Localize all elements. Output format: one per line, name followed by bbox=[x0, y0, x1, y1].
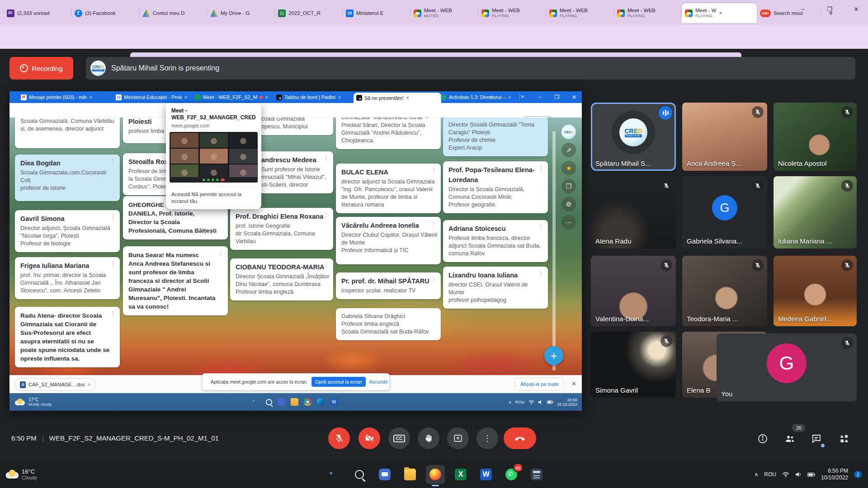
shared-weather-widget[interactable]: 17°CMostly cloudy bbox=[14, 397, 82, 407]
close-tab-icon[interactable]: × bbox=[338, 95, 341, 100]
card-menu-icon[interactable]: ⋮ bbox=[110, 213, 116, 220]
captions-button[interactable]: CC bbox=[388, 427, 410, 449]
shared-taskbar-win-icon[interactable] bbox=[253, 400, 256, 404]
card-menu-icon[interactable]: ⋮ bbox=[538, 223, 544, 230]
participant-tile[interactable]: Valentina-Doina... bbox=[591, 256, 676, 326]
card-menu-icon[interactable]: ⋮ bbox=[538, 164, 544, 171]
participant-tile[interactable]: Iuliana Mariana ... bbox=[774, 176, 857, 249]
taskbar-whatsapp-icon[interactable]: 85 bbox=[502, 465, 521, 484]
participant-tile[interactable]: GYou bbox=[717, 333, 857, 401]
browser-tab[interactable]: (3) Facebook bbox=[71, 3, 139, 23]
mic-off-button[interactable] bbox=[328, 427, 350, 449]
taskbar-start-icon[interactable] bbox=[325, 465, 344, 484]
padlet-resize-button[interactable]: ❐ bbox=[561, 179, 576, 193]
weather-widget[interactable]: 16°CCloudy bbox=[6, 468, 101, 481]
download-item[interactable]: ≣ CAF_S2_MANAGE....doc ˄ bbox=[15, 378, 96, 391]
shared-tab[interactable]: Activitate 1.3: Directorul –× bbox=[438, 91, 519, 103]
close-shelf-icon[interactable]: ✕ bbox=[571, 380, 576, 387]
padlet-card[interactable]: Pr. prof. dr. Mihail SPĂTARUinspector șc… bbox=[336, 272, 441, 299]
tray-language[interactable]: ROU bbox=[764, 471, 776, 478]
camera-off-button[interactable] bbox=[359, 427, 380, 449]
shared-taskbar-folder-icon[interactable] bbox=[291, 398, 298, 406]
padlet-card[interactable]: Director Școală Gimnazială "TomaCaragiu"… bbox=[443, 117, 548, 156]
more-options-button[interactable]: ⋮ bbox=[476, 427, 498, 449]
close-tab-icon[interactable]: × bbox=[90, 95, 92, 100]
browser-tab[interactable]: 2022_OCT_R bbox=[275, 3, 343, 23]
shared-taskbar-icons[interactable]: W bbox=[253, 398, 338, 406]
shared-window-newtab-button[interactable]: + bbox=[484, 91, 498, 103]
padlet-card[interactable]: Adriana StoicescuProfesor limba franceza… bbox=[443, 220, 548, 262]
padlet-card[interactable]: Frigea Iuliana Marianaprof. înv. primar,… bbox=[15, 257, 120, 299]
taskbar-app-icons[interactable]: XW85 bbox=[325, 465, 546, 484]
card-menu-icon[interactable]: ⋮ bbox=[431, 276, 437, 282]
participant-tile[interactable]: CREDÎN EDUCAȚIE !Spătaru Mihail S... bbox=[591, 103, 676, 171]
padlet-card[interactable]: Gabriela Silvana DrăghiciProfesor limba … bbox=[336, 308, 441, 340]
wifi-icon[interactable] bbox=[782, 472, 789, 477]
present-button[interactable] bbox=[447, 427, 469, 449]
taskbar-calc-icon[interactable] bbox=[527, 465, 546, 484]
padlet-scrollbar[interactable] bbox=[552, 131, 556, 371]
browser-tab[interactable]: Meet - WEBPLAYING bbox=[546, 3, 614, 23]
info-icon[interactable] bbox=[757, 433, 769, 445]
card-menu-icon[interactable]: ⋮ bbox=[323, 262, 329, 268]
taskbar-clock[interactable]: 6:50 PM10/10/2022 bbox=[821, 468, 848, 481]
padlet-card[interactable]: BULAC ELENAdirector adjunct la Scoala Gi… bbox=[336, 164, 441, 213]
browser-tab[interactable]: 10Ministerul E bbox=[343, 3, 410, 23]
participant-tile[interactable]: Anca Andreea Ș... bbox=[682, 103, 767, 171]
padlet-card[interactable]: Prof. Popa-Tesileanu Elena-LoredanaDirec… bbox=[443, 161, 548, 213]
padlet-card[interactable]: Diea BogdanScoala Gimnaziala,com.Cocoras… bbox=[15, 155, 120, 201]
shared-window-close-button[interactable]: ✕ bbox=[567, 91, 581, 103]
browser-tab-active[interactable]: Meet - WPLAYING× bbox=[682, 3, 757, 23]
card-menu-icon[interactable]: ⋮ bbox=[110, 158, 116, 164]
taskbar-firefox-icon[interactable] bbox=[426, 465, 445, 484]
padlet-card[interactable]: Gavril SimonaDirector adjunct, Școala Gi… bbox=[15, 210, 120, 252]
card-menu-icon[interactable]: ⋮ bbox=[323, 211, 329, 218]
padlet-card[interactable]: Școala Gimnazială, Comuna Vărbilăuși, de… bbox=[15, 117, 120, 148]
card-menu-icon[interactable]: ⋮ bbox=[110, 260, 116, 267]
close-tab-icon[interactable]: × bbox=[508, 95, 511, 100]
tray-chevron-icon[interactable]: ∧ bbox=[754, 471, 758, 478]
chat-icon[interactable] bbox=[811, 433, 822, 445]
taskbar-word-icon[interactable]: W bbox=[476, 465, 495, 484]
battery-icon[interactable] bbox=[807, 473, 815, 477]
tray-language[interactable]: ROU bbox=[515, 399, 525, 404]
participant-tile[interactable]: Teodora-Maria ... bbox=[682, 256, 767, 326]
padlet-settings-button[interactable]: ⚙ bbox=[561, 197, 576, 211]
padlet-card[interactable]: Lixandru Ioana Iulianadirector CSEI, Ora… bbox=[443, 267, 548, 309]
browser-tab[interactable]: Meet - WEBPLAYING bbox=[478, 3, 546, 23]
shared-tab[interactable]: Tablou de bord | Padlet× bbox=[274, 91, 357, 103]
raise-hand-button[interactable] bbox=[418, 427, 439, 449]
shared-tab[interactable]: Mesaje primite (503) - mih× bbox=[18, 91, 116, 103]
taskbar-chat-icon[interactable] bbox=[375, 465, 394, 484]
card-menu-icon[interactable]: ⋮ bbox=[110, 310, 116, 317]
shared-tab-active[interactable]: Să ne prezentăm!× bbox=[354, 93, 441, 103]
close-tab-icon[interactable]: × bbox=[265, 95, 268, 100]
close-tab-icon[interactable]: × bbox=[719, 10, 722, 16]
padlet-more-button[interactable]: ⋯ bbox=[561, 215, 576, 230]
card-menu-icon[interactable]: ⋮ bbox=[218, 249, 224, 256]
browser-tab[interactable]: My Drive - G bbox=[207, 3, 275, 23]
shared-tab[interactable]: Meet - WEB_F2F_S2_M× bbox=[192, 91, 277, 103]
card-menu-icon[interactable]: ⋮ bbox=[323, 155, 329, 161]
show-all-downloads-button[interactable]: Afișați-le pe toate bbox=[515, 378, 564, 390]
padlet-card[interactable]: CIOBANU TEODORA-MARIADirector Școala Gim… bbox=[230, 258, 333, 300]
shared-window-tabsearch-button[interactable]: ˅ bbox=[516, 91, 529, 103]
padlet-card[interactable]: Radu Atena- director ScoalaGimnaziala sa… bbox=[15, 307, 120, 367]
shared-taskbar-wordm-icon[interactable]: W bbox=[330, 398, 338, 406]
taskbar-folder-icon[interactable] bbox=[401, 465, 420, 484]
shared-tab[interactable]: 10Ministerul Educației - Proie× bbox=[113, 91, 195, 103]
hide-link[interactable]: Ascunde bbox=[369, 379, 388, 385]
card-menu-icon[interactable]: ⋮ bbox=[538, 270, 544, 277]
padlet-share-button[interactable]: ⇗ bbox=[561, 143, 576, 157]
participant-tile[interactable]: Nicoleta Apostol bbox=[774, 103, 857, 171]
padlet-card[interactable]: Prof. Draghici Elena Roxanaprof. Istorie… bbox=[230, 208, 333, 250]
padlet-card[interactable]: Buna Seara! Ma numescAnca Andreea Stefan… bbox=[123, 246, 228, 315]
taskbar-tray[interactable]: ∧ ROU 6:50 PM10/10/2022 2 bbox=[754, 461, 862, 488]
shared-taskbar-edge-icon[interactable] bbox=[317, 398, 325, 406]
padlet-star-button[interactable]: ★ bbox=[561, 161, 576, 175]
tray-chevron-icon[interactable]: ∧ bbox=[509, 399, 512, 404]
padlet-add-post-button[interactable]: + bbox=[544, 346, 563, 365]
participant-tile[interactable]: GGabriela Silvana... bbox=[682, 176, 767, 249]
leave-call-button[interactable] bbox=[504, 427, 536, 449]
stop-screen-access-button[interactable]: Opriți accesul la ecran bbox=[311, 377, 366, 387]
